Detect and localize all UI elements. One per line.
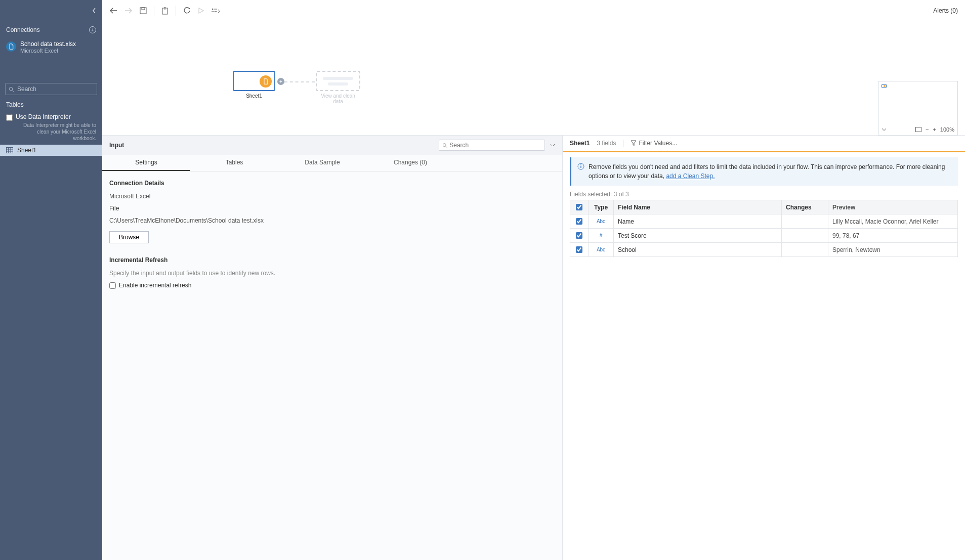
row-name[interactable]: Name <box>614 214 782 228</box>
sidebar-collapse-bar <box>0 0 102 21</box>
col-changes: Changes <box>782 200 828 214</box>
preview-header: Sheet1 3 fields Filter Values... <box>563 136 965 152</box>
minimap-chevron-down-icon[interactable] <box>882 128 887 131</box>
svg-point-10 <box>212 8 213 9</box>
flow-canvas[interactable]: Sheet1 + View and clean data − + 100% <box>102 21 965 136</box>
input-node-icon <box>260 75 272 88</box>
svg-rect-15 <box>915 127 921 132</box>
zoom-level: 100% <box>940 126 954 133</box>
add-clean-step-link[interactable]: add a Clean Step. <box>666 173 715 180</box>
sidebar-table-item[interactable]: Sheet1 <box>0 145 102 156</box>
sidebar-search-input[interactable] <box>17 85 94 93</box>
refresh-icon[interactable] <box>183 7 191 14</box>
main-area: Alerts (0) Sheet1 + View and clean data … <box>102 0 965 560</box>
svg-line-1 <box>12 90 14 92</box>
flow-drop-target[interactable] <box>316 71 360 91</box>
svg-point-20 <box>580 164 581 165</box>
save-icon[interactable] <box>140 7 147 14</box>
flow-node-label: Sheet1 <box>233 93 275 99</box>
zoom-fit-icon[interactable] <box>915 127 921 132</box>
table-row: Abc Name Lilly Mccall, Macie Oconnor, Ar… <box>570 214 957 229</box>
incremental-refresh-row: Enable incremental refresh <box>109 282 555 289</box>
flow-drop-label: View and clean data <box>316 93 360 104</box>
flow-input-node[interactable]: Sheet1 <box>233 71 275 99</box>
row-changes <box>782 229 828 242</box>
select-all-checkbox[interactable] <box>576 204 582 210</box>
incremental-refresh-checkbox[interactable] <box>109 282 116 289</box>
fields-table-header: Type Field Name Changes Preview <box>570 200 957 214</box>
connection-text: School data test.xlsx Microsoft Excel <box>20 40 76 54</box>
connections-label: Connections <box>6 26 40 33</box>
svg-line-17 <box>446 146 447 148</box>
alerts-link[interactable]: Alerts (0) <box>933 7 958 14</box>
row-preview: Sperrin, Newtown <box>828 243 957 256</box>
publish-icon[interactable] <box>161 7 169 15</box>
row-preview: Lilly Mccall, Macie Oconnor, Ariel Kelle… <box>828 214 957 228</box>
table-row: # Test Score 99, 78, 67 <box>570 229 957 243</box>
add-connection-button[interactable]: + <box>89 26 96 33</box>
row-checkbox[interactable] <box>576 218 582 225</box>
row-name[interactable]: Test Score <box>614 229 782 242</box>
info-icon <box>577 163 584 181</box>
row-type[interactable]: Abc <box>589 243 614 256</box>
connection-type: Microsoft Excel <box>20 48 76 54</box>
flow-options-icon[interactable] <box>211 8 220 14</box>
input-search-field[interactable] <box>449 142 541 149</box>
browse-button[interactable]: Browse <box>109 231 149 243</box>
tab-tables[interactable]: Tables <box>190 155 278 171</box>
row-type[interactable]: Abc <box>589 214 614 228</box>
svg-rect-7 <box>140 8 146 14</box>
run-flow-icon[interactable] <box>198 7 204 14</box>
col-type: Type <box>589 200 614 214</box>
filter-icon <box>631 140 637 146</box>
incremental-refresh-label: Enable incremental refresh <box>119 282 191 289</box>
row-name[interactable]: School <box>614 243 782 256</box>
input-chevron-down-icon[interactable] <box>550 144 555 147</box>
svg-rect-8 <box>142 8 145 10</box>
col-field-name: Field Name <box>614 200 782 214</box>
info-banner: Remove fields you don't need and add fil… <box>570 157 958 186</box>
tab-settings[interactable]: Settings <box>102 155 190 171</box>
sidebar-search[interactable] <box>5 83 97 95</box>
data-interpreter-desc: Data Interpreter might be able to clean … <box>0 122 102 145</box>
input-tabs: Settings Tables Data Sample Changes (0) <box>102 155 562 171</box>
file-label: File <box>109 205 555 212</box>
toolbar: Alerts (0) <box>102 0 965 21</box>
chevron-left-icon[interactable] <box>92 8 96 14</box>
add-step-button[interactable]: + <box>277 78 284 85</box>
file-path: C:\Users\TreaMcElhone\Documents\School d… <box>109 217 555 224</box>
row-type[interactable]: # <box>589 229 614 242</box>
zoom-out-button[interactable]: − <box>926 126 929 133</box>
svg-rect-2 <box>7 148 13 153</box>
fields-selected-meta: Fields selected: 3 of 3 <box>563 186 965 200</box>
zoom-in-button[interactable]: + <box>933 126 936 133</box>
info-banner-text: Remove fields you don't need and add fil… <box>589 162 952 181</box>
sidebar: Connections + School data test.xlsx Micr… <box>0 0 102 560</box>
data-interpreter-checkbox[interactable] <box>6 114 13 121</box>
fields-table: Type Field Name Changes Preview Abc Name… <box>570 200 958 257</box>
input-pane: Input Settings Tables Data Sample Change… <box>102 136 563 560</box>
svg-point-12 <box>215 11 216 12</box>
bottom-panes: Input Settings Tables Data Sample Change… <box>102 136 965 560</box>
input-search[interactable] <box>439 140 545 151</box>
tab-changes[interactable]: Changes (0) <box>366 155 454 171</box>
incremental-refresh-desc: Specify the input and output fields to u… <box>109 270 555 277</box>
source-type: Microsoft Excel <box>109 193 555 200</box>
svg-point-16 <box>443 143 446 146</box>
row-changes <box>782 214 828 228</box>
svg-point-0 <box>9 87 12 90</box>
tables-header: Tables <box>0 99 102 111</box>
connection-details-heading: Connection Details <box>109 180 555 187</box>
data-interpreter-label: Use Data Interpreter <box>16 113 71 120</box>
tab-data-sample[interactable]: Data Sample <box>278 155 366 171</box>
col-preview: Preview <box>828 200 957 214</box>
row-checkbox[interactable] <box>576 246 582 253</box>
filter-values-button[interactable]: Filter Values... <box>631 140 677 147</box>
connection-item[interactable]: School data test.xlsx Microsoft Excel <box>0 37 102 59</box>
minimap-controls: − + 100% <box>878 123 958 136</box>
connection-file-icon <box>6 41 16 52</box>
forward-button[interactable] <box>124 7 133 14</box>
row-checkbox[interactable] <box>576 232 582 239</box>
connections-header: Connections + <box>0 21 102 37</box>
back-button[interactable] <box>109 7 117 14</box>
